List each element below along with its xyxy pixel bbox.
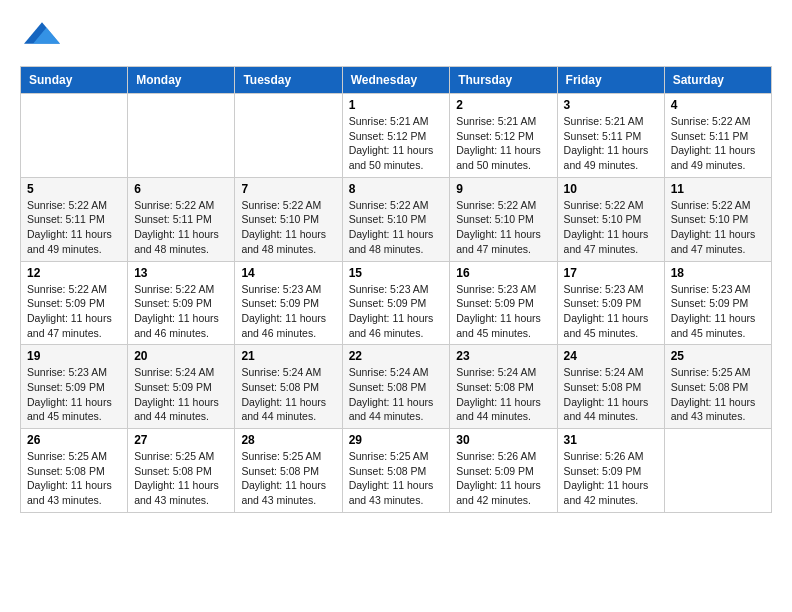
calendar-cell: 30Sunrise: 5:26 AM Sunset: 5:09 PM Dayli…: [450, 429, 557, 513]
calendar-cell: 24Sunrise: 5:24 AM Sunset: 5:08 PM Dayli…: [557, 345, 664, 429]
day-number: 15: [349, 266, 444, 280]
calendar-cell: 25Sunrise: 5:25 AM Sunset: 5:08 PM Dayli…: [664, 345, 771, 429]
day-number: 13: [134, 266, 228, 280]
day-info: Sunrise: 5:22 AM Sunset: 5:09 PM Dayligh…: [27, 282, 121, 341]
logo-icon: [24, 18, 60, 48]
day-info: Sunrise: 5:23 AM Sunset: 5:09 PM Dayligh…: [456, 282, 550, 341]
calendar-header-saturday: Saturday: [664, 67, 771, 94]
day-info: Sunrise: 5:23 AM Sunset: 5:09 PM Dayligh…: [349, 282, 444, 341]
day-number: 31: [564, 433, 658, 447]
day-number: 12: [27, 266, 121, 280]
day-number: 5: [27, 182, 121, 196]
day-info: Sunrise: 5:21 AM Sunset: 5:12 PM Dayligh…: [349, 114, 444, 173]
calendar-cell: 27Sunrise: 5:25 AM Sunset: 5:08 PM Dayli…: [128, 429, 235, 513]
day-number: 24: [564, 349, 658, 363]
day-info: Sunrise: 5:24 AM Sunset: 5:08 PM Dayligh…: [456, 365, 550, 424]
calendar-cell: 8Sunrise: 5:22 AM Sunset: 5:10 PM Daylig…: [342, 177, 450, 261]
calendar-cell: 14Sunrise: 5:23 AM Sunset: 5:09 PM Dayli…: [235, 261, 342, 345]
calendar-cell: 19Sunrise: 5:23 AM Sunset: 5:09 PM Dayli…: [21, 345, 128, 429]
calendar-cell: [128, 94, 235, 178]
day-number: 1: [349, 98, 444, 112]
day-info: Sunrise: 5:22 AM Sunset: 5:10 PM Dayligh…: [241, 198, 335, 257]
day-number: 30: [456, 433, 550, 447]
calendar-header-wednesday: Wednesday: [342, 67, 450, 94]
day-info: Sunrise: 5:25 AM Sunset: 5:08 PM Dayligh…: [241, 449, 335, 508]
day-number: 19: [27, 349, 121, 363]
day-info: Sunrise: 5:25 AM Sunset: 5:08 PM Dayligh…: [349, 449, 444, 508]
calendar-header-friday: Friday: [557, 67, 664, 94]
day-info: Sunrise: 5:23 AM Sunset: 5:09 PM Dayligh…: [564, 282, 658, 341]
calendar-header-sunday: Sunday: [21, 67, 128, 94]
day-number: 7: [241, 182, 335, 196]
calendar-cell: 23Sunrise: 5:24 AM Sunset: 5:08 PM Dayli…: [450, 345, 557, 429]
calendar-cell: 31Sunrise: 5:26 AM Sunset: 5:09 PM Dayli…: [557, 429, 664, 513]
calendar-cell: 21Sunrise: 5:24 AM Sunset: 5:08 PM Dayli…: [235, 345, 342, 429]
day-number: 3: [564, 98, 658, 112]
calendar-week-row: 19Sunrise: 5:23 AM Sunset: 5:09 PM Dayli…: [21, 345, 772, 429]
day-info: Sunrise: 5:22 AM Sunset: 5:10 PM Dayligh…: [456, 198, 550, 257]
day-number: 16: [456, 266, 550, 280]
calendar-header-monday: Monday: [128, 67, 235, 94]
day-number: 21: [241, 349, 335, 363]
calendar-cell: 1Sunrise: 5:21 AM Sunset: 5:12 PM Daylig…: [342, 94, 450, 178]
calendar-cell: 18Sunrise: 5:23 AM Sunset: 5:09 PM Dayli…: [664, 261, 771, 345]
calendar-cell: 16Sunrise: 5:23 AM Sunset: 5:09 PM Dayli…: [450, 261, 557, 345]
calendar-cell: 6Sunrise: 5:22 AM Sunset: 5:11 PM Daylig…: [128, 177, 235, 261]
logo: [20, 20, 60, 50]
day-info: Sunrise: 5:25 AM Sunset: 5:08 PM Dayligh…: [134, 449, 228, 508]
day-number: 14: [241, 266, 335, 280]
day-info: Sunrise: 5:22 AM Sunset: 5:10 PM Dayligh…: [671, 198, 765, 257]
calendar-header-row: SundayMondayTuesdayWednesdayThursdayFrid…: [21, 67, 772, 94]
day-info: Sunrise: 5:23 AM Sunset: 5:09 PM Dayligh…: [241, 282, 335, 341]
calendar-cell: 9Sunrise: 5:22 AM Sunset: 5:10 PM Daylig…: [450, 177, 557, 261]
day-number: 20: [134, 349, 228, 363]
calendar-cell: 17Sunrise: 5:23 AM Sunset: 5:09 PM Dayli…: [557, 261, 664, 345]
day-info: Sunrise: 5:25 AM Sunset: 5:08 PM Dayligh…: [27, 449, 121, 508]
calendar-cell: 29Sunrise: 5:25 AM Sunset: 5:08 PM Dayli…: [342, 429, 450, 513]
day-info: Sunrise: 5:22 AM Sunset: 5:10 PM Dayligh…: [349, 198, 444, 257]
day-number: 23: [456, 349, 550, 363]
day-number: 6: [134, 182, 228, 196]
day-number: 8: [349, 182, 444, 196]
day-info: Sunrise: 5:24 AM Sunset: 5:08 PM Dayligh…: [241, 365, 335, 424]
calendar-cell: 5Sunrise: 5:22 AM Sunset: 5:11 PM Daylig…: [21, 177, 128, 261]
day-number: 10: [564, 182, 658, 196]
calendar-cell: 3Sunrise: 5:21 AM Sunset: 5:11 PM Daylig…: [557, 94, 664, 178]
calendar-cell: [235, 94, 342, 178]
calendar-cell: 11Sunrise: 5:22 AM Sunset: 5:10 PM Dayli…: [664, 177, 771, 261]
calendar-header-tuesday: Tuesday: [235, 67, 342, 94]
day-number: 4: [671, 98, 765, 112]
day-info: Sunrise: 5:23 AM Sunset: 5:09 PM Dayligh…: [671, 282, 765, 341]
day-info: Sunrise: 5:22 AM Sunset: 5:11 PM Dayligh…: [27, 198, 121, 257]
page-header: [20, 20, 772, 50]
calendar-cell: 20Sunrise: 5:24 AM Sunset: 5:09 PM Dayli…: [128, 345, 235, 429]
calendar-cell: 22Sunrise: 5:24 AM Sunset: 5:08 PM Dayli…: [342, 345, 450, 429]
day-info: Sunrise: 5:24 AM Sunset: 5:09 PM Dayligh…: [134, 365, 228, 424]
day-number: 17: [564, 266, 658, 280]
day-info: Sunrise: 5:22 AM Sunset: 5:11 PM Dayligh…: [671, 114, 765, 173]
day-number: 2: [456, 98, 550, 112]
calendar-cell: [664, 429, 771, 513]
calendar-cell: 2Sunrise: 5:21 AM Sunset: 5:12 PM Daylig…: [450, 94, 557, 178]
day-number: 29: [349, 433, 444, 447]
calendar-table: SundayMondayTuesdayWednesdayThursdayFrid…: [20, 66, 772, 513]
calendar-cell: 12Sunrise: 5:22 AM Sunset: 5:09 PM Dayli…: [21, 261, 128, 345]
calendar-cell: 28Sunrise: 5:25 AM Sunset: 5:08 PM Dayli…: [235, 429, 342, 513]
day-info: Sunrise: 5:24 AM Sunset: 5:08 PM Dayligh…: [349, 365, 444, 424]
calendar-week-row: 26Sunrise: 5:25 AM Sunset: 5:08 PM Dayli…: [21, 429, 772, 513]
calendar-week-row: 1Sunrise: 5:21 AM Sunset: 5:12 PM Daylig…: [21, 94, 772, 178]
day-number: 28: [241, 433, 335, 447]
calendar-cell: 4Sunrise: 5:22 AM Sunset: 5:11 PM Daylig…: [664, 94, 771, 178]
day-info: Sunrise: 5:23 AM Sunset: 5:09 PM Dayligh…: [27, 365, 121, 424]
day-info: Sunrise: 5:21 AM Sunset: 5:12 PM Dayligh…: [456, 114, 550, 173]
calendar-cell: [21, 94, 128, 178]
day-number: 25: [671, 349, 765, 363]
day-info: Sunrise: 5:25 AM Sunset: 5:08 PM Dayligh…: [671, 365, 765, 424]
day-number: 26: [27, 433, 121, 447]
day-info: Sunrise: 5:24 AM Sunset: 5:08 PM Dayligh…: [564, 365, 658, 424]
calendar-week-row: 12Sunrise: 5:22 AM Sunset: 5:09 PM Dayli…: [21, 261, 772, 345]
day-info: Sunrise: 5:22 AM Sunset: 5:10 PM Dayligh…: [564, 198, 658, 257]
day-number: 18: [671, 266, 765, 280]
day-number: 22: [349, 349, 444, 363]
day-info: Sunrise: 5:21 AM Sunset: 5:11 PM Dayligh…: [564, 114, 658, 173]
